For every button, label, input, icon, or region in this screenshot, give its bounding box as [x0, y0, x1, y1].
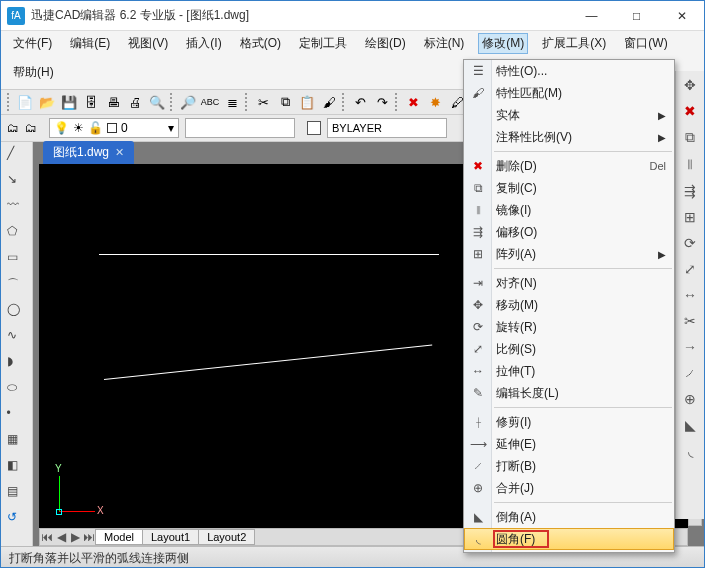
- sheet-tab-layout2[interactable]: Layout2: [198, 529, 255, 545]
- cut-icon[interactable]: ✂: [254, 93, 272, 111]
- menuitem-mirror[interactable]: ⦀镜像(I): [464, 199, 674, 221]
- gradient-icon[interactable]: ◧: [7, 458, 27, 478]
- copy-icon[interactable]: ⧉: [276, 93, 294, 111]
- polygon-icon[interactable]: ⬠: [7, 224, 27, 244]
- menuitem-stretch[interactable]: ↔拉伸(T): [464, 360, 674, 382]
- minimize-button[interactable]: —: [569, 1, 614, 31]
- delete-icon[interactable]: ✖: [404, 93, 422, 111]
- menuitem-join[interactable]: ⊕合并(J): [464, 477, 674, 499]
- menu-format[interactable]: 格式(O): [236, 33, 285, 54]
- sheet-prev-icon[interactable]: ◀: [54, 530, 68, 544]
- menu-file[interactable]: 文件(F): [9, 33, 56, 54]
- menuitem-chamfer[interactable]: ◣倒角(A): [464, 506, 674, 528]
- bylayer-field[interactable]: [327, 118, 447, 138]
- sheet-tab-model[interactable]: Model: [95, 529, 143, 545]
- menuitem-array[interactable]: ⊞阵列(A)▶: [464, 243, 674, 265]
- matchprop-icon[interactable]: 🖌: [320, 93, 338, 111]
- erase-icon[interactable]: ✖: [684, 103, 696, 119]
- layerstack-icon[interactable]: 🗂: [7, 121, 19, 135]
- fillet-icon[interactable]: ◟: [688, 443, 693, 459]
- menu-view[interactable]: 视图(V): [124, 33, 172, 54]
- ray-icon[interactable]: ↘: [7, 172, 27, 192]
- menuitem-fillet[interactable]: ◟ 圆角(F): [464, 528, 674, 550]
- menuitem-matchprop[interactable]: 🖌特性匹配(M): [464, 82, 674, 104]
- document-tab[interactable]: 图纸1.dwg ✕: [43, 141, 134, 164]
- sheet-first-icon[interactable]: ⏮: [40, 530, 54, 544]
- menuitem-editlen[interactable]: ✎编辑长度(L): [464, 382, 674, 404]
- tab-close-icon[interactable]: ✕: [115, 146, 124, 159]
- export-icon[interactable]: 🖶: [104, 93, 122, 111]
- close-button[interactable]: ✕: [659, 1, 704, 31]
- layers-icon[interactable]: ≣: [223, 93, 241, 111]
- menuitem-trim[interactable]: ⟊修剪(I): [464, 411, 674, 433]
- ellipse-icon[interactable]: ◗: [7, 354, 27, 374]
- sheet-next-icon[interactable]: ▶: [68, 530, 82, 544]
- sheet-last-icon[interactable]: ⏭: [82, 530, 96, 544]
- layer-selector[interactable]: 💡 ☀ 🔓 0 ▾: [49, 118, 179, 138]
- explode-icon[interactable]: ✸: [426, 93, 444, 111]
- save-icon[interactable]: 💾: [60, 93, 78, 111]
- menu-window[interactable]: 窗口(W): [620, 33, 671, 54]
- menuitem-scale[interactable]: ⤢比例(S): [464, 338, 674, 360]
- array-icon[interactable]: ⊞: [684, 209, 696, 225]
- trim-icon[interactable]: ✂: [684, 313, 696, 329]
- toolbar-grip-icon[interactable]: [170, 93, 173, 111]
- undo-icon[interactable]: ↶: [351, 93, 369, 111]
- menuitem-break[interactable]: ⟋打断(B): [464, 455, 674, 477]
- linetype-selector[interactable]: [185, 118, 295, 138]
- arc-icon[interactable]: ⌒: [7, 276, 27, 296]
- toolbar-grip-icon[interactable]: [7, 93, 10, 111]
- saveas-icon[interactable]: 🗄: [82, 93, 100, 111]
- toolbar-grip-icon[interactable]: [342, 93, 345, 111]
- hatch-icon[interactable]: ▦: [7, 432, 27, 452]
- join-icon[interactable]: ⊕: [684, 391, 696, 407]
- toolbar-grip-icon[interactable]: [245, 93, 248, 111]
- maximize-button[interactable]: □: [614, 1, 659, 31]
- print-icon[interactable]: 🖨: [126, 93, 144, 111]
- menuitem-annoscale[interactable]: 注释性比例(V)▶: [464, 126, 674, 148]
- menu-draw[interactable]: 绘图(D): [361, 33, 410, 54]
- polyline-icon[interactable]: 〰: [7, 198, 27, 218]
- menuitem-move[interactable]: ✥移动(M): [464, 294, 674, 316]
- menu-exttools[interactable]: 扩展工具(X): [538, 33, 610, 54]
- spell-icon[interactable]: ABC: [201, 93, 219, 111]
- menuitem-copy[interactable]: ⧉复制(C): [464, 177, 674, 199]
- break-icon[interactable]: ⟋: [683, 365, 697, 381]
- spline-icon[interactable]: ∿: [7, 328, 27, 348]
- open-icon[interactable]: 📂: [38, 93, 56, 111]
- menuitem-rotate[interactable]: ⟳旋转(R): [464, 316, 674, 338]
- sheet-tab-layout1[interactable]: Layout1: [142, 529, 199, 545]
- offset-icon[interactable]: ⇶: [684, 183, 696, 199]
- move-icon[interactable]: ✥: [684, 77, 696, 93]
- rectangle-icon[interactable]: ▭: [7, 250, 27, 270]
- menuitem-offset[interactable]: ⇶偏移(O): [464, 221, 674, 243]
- menuitem-align[interactable]: ⇥对齐(N): [464, 272, 674, 294]
- stretch-icon[interactable]: ↔: [683, 287, 697, 303]
- menu-modify[interactable]: 修改(M): [478, 33, 528, 54]
- new-icon[interactable]: 📄: [16, 93, 34, 111]
- rotate-icon[interactable]: ⟳: [684, 235, 696, 251]
- ellipse2-icon[interactable]: ⬭: [7, 380, 27, 400]
- redo-icon[interactable]: ↷: [373, 93, 391, 111]
- toolbar-grip-icon[interactable]: [395, 93, 398, 111]
- paste-icon[interactable]: 📋: [298, 93, 316, 111]
- extend-icon[interactable]: →: [683, 339, 697, 355]
- color-picker[interactable]: [307, 121, 321, 135]
- menuitem-properties[interactable]: ☰特性(O)...: [464, 60, 674, 82]
- menuitem-entity[interactable]: 实体▶: [464, 104, 674, 126]
- scale-icon[interactable]: ⤢: [684, 261, 696, 277]
- revert-icon[interactable]: ↺: [7, 510, 27, 530]
- menu-insert[interactable]: 插入(I): [182, 33, 225, 54]
- point-icon[interactable]: •: [7, 406, 27, 426]
- table-icon[interactable]: ▤: [7, 484, 27, 504]
- mirror-icon[interactable]: ⦀: [687, 156, 693, 173]
- layerstate-icon[interactable]: 🗂: [25, 121, 37, 135]
- copy2-icon[interactable]: ⧉: [685, 129, 695, 146]
- chamfer-icon[interactable]: ◣: [685, 417, 696, 433]
- find-icon[interactable]: 🔎: [179, 93, 197, 111]
- menuitem-extend[interactable]: ⟶延伸(E): [464, 433, 674, 455]
- menu-edit[interactable]: 编辑(E): [66, 33, 114, 54]
- menu-annotate[interactable]: 标注(N): [420, 33, 469, 54]
- menu-custom[interactable]: 定制工具: [295, 33, 351, 54]
- line-icon[interactable]: ╱: [7, 146, 27, 166]
